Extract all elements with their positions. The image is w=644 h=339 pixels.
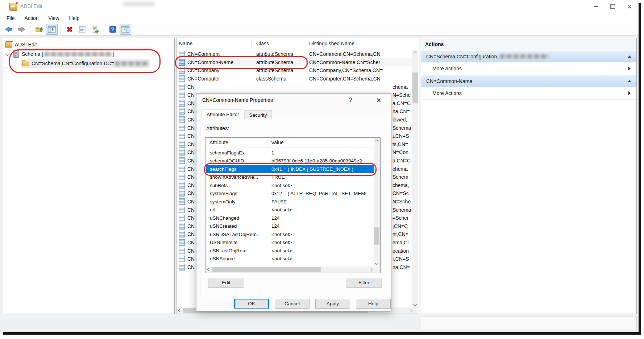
schema-object-icon [179, 166, 185, 172]
maximize-button[interactable] [604, 1, 620, 12]
attribute-row[interactable]: uSNSource<not set> [206, 255, 374, 263]
list-row[interactable]: CN=CompanyattributeSchemaCN=Company,CN=S… [177, 66, 412, 75]
action-section-header[interactable]: CN=Common-Name [421, 75, 636, 87]
attribute-row[interactable]: showInAdvancedVie...TRUE [206, 173, 374, 182]
attribute-row[interactable]: url<not set> [206, 206, 374, 214]
column-header-name[interactable]: Name [179, 41, 192, 46]
back-button[interactable] [3, 24, 14, 35]
attribute-row[interactable]: uSNCreated124 [206, 222, 374, 231]
list-cell-name-fragment: CN [187, 141, 195, 147]
list-vscrollbar[interactable] [412, 50, 418, 307]
list-row[interactable]: CN=ComputerclassSchemaCN=Computer,CN=Sch… [177, 75, 412, 83]
list-cell-dn: CN=Computer,CN=Schema,CN [309, 76, 381, 82]
hscroll-thumb[interactable] [212, 267, 321, 272]
list-cell-name-fragment: CN [187, 182, 195, 188]
filter-button[interactable]: Filter [346, 278, 382, 288]
expander-chevron-icon[interactable] [5, 52, 9, 56]
attribute-row[interactable]: uSNDSALastObjRem...<not set> [206, 230, 374, 239]
vscroll-thumb[interactable] [412, 73, 418, 103]
tree-root-adsi-edit[interactable]: ADSI Edit [5, 40, 37, 49]
tab-security[interactable]: Security [244, 110, 272, 119]
schema-object-icon [179, 231, 185, 237]
attribute-value: <not set> [271, 248, 292, 253]
column-divider[interactable] [304, 40, 304, 49]
attribute-row[interactable]: schemaIDGUIDbf96793f-0de6-11d0-a285-00aa… [206, 157, 374, 165]
help-dialog-button[interactable]: Help [356, 299, 391, 309]
menu-item-file[interactable]: File [7, 15, 15, 21]
list-cell-name: CN=Common-Name [187, 59, 233, 65]
apply-button[interactable]: Apply [315, 299, 350, 309]
cancel-button[interactable]: Cancel [275, 299, 309, 309]
show-console-tree-button[interactable] [46, 24, 58, 35]
up-one-level-button[interactable] [33, 24, 45, 35]
list-row[interactable]: CN=CommentattributeSchemaCN=Comment,CN=S… [177, 50, 412, 58]
toolbar-separator [61, 25, 61, 34]
attribute-row[interactable]: subRefs<not set> [206, 181, 374, 190]
redacted-text [44, 52, 111, 57]
ok-button[interactable]: OK [234, 299, 269, 309]
column-header-class[interactable]: Class [256, 41, 269, 46]
grid-hscrollbar[interactable] [206, 266, 380, 273]
dialog-help-button[interactable]: ? [344, 95, 357, 105]
grid-col-value[interactable]: Value [271, 140, 284, 145]
attribute-row[interactable]: systemOnlyFALSE [206, 198, 374, 206]
help-button[interactable]: ? [107, 24, 119, 35]
attribute-value: <not set> [271, 183, 292, 188]
attribute-row[interactable]: uSNLastObjRem<not set> [206, 247, 374, 255]
menu-item-help[interactable]: Help [69, 15, 80, 21]
minimize-button[interactable] [588, 1, 604, 12]
list-cell-class: attributeSchema [256, 59, 293, 65]
dialog-close-button[interactable] [370, 95, 387, 105]
column-divider[interactable] [267, 139, 267, 146]
more-actions-label: More Actions [432, 66, 462, 71]
list-cell-name-fragment: CN [187, 231, 195, 237]
attribute-row[interactable]: systemFlags0x12 = ( ATTR_REQ_PARTIAL_SET… [206, 190, 374, 198]
list-cell-name-fragment: CN [187, 117, 195, 123]
vscroll-thumb[interactable] [374, 227, 379, 245]
forward-button[interactable] [16, 24, 27, 35]
schema-object-icon [179, 149, 185, 156]
grid-vscrollbar[interactable] [374, 138, 380, 266]
scroll-up-icon[interactable] [412, 50, 418, 56]
list-cell-dn: CN=Comment,CN=Schema,CN [309, 51, 381, 57]
more-actions-item[interactable]: More Actions [421, 87, 636, 100]
scroll-right-icon[interactable] [367, 266, 374, 273]
close-button[interactable] [621, 1, 637, 12]
attribute-row[interactable]: schemaFlagsEx1 [206, 149, 374, 157]
edit-button[interactable]: Edit [208, 278, 244, 288]
scroll-right-icon[interactable] [407, 307, 414, 314]
schema-object-icon [179, 223, 185, 230]
list-row-occluded[interactable]: CNchema [177, 83, 412, 91]
export-list-button[interactable] [89, 24, 101, 35]
list-cell-dn-fragment: N=Sche [392, 92, 411, 98]
server-icon [13, 50, 19, 58]
delete-button[interactable] [64, 24, 75, 35]
list-row[interactable]: CN=Common-NameattributeSchemaCN=Common-N… [177, 58, 412, 67]
attribute-row[interactable]: searchFlags0x41 = ( INDEX | SUBTREE_INDE… [206, 165, 374, 173]
properties-button[interactable] [76, 24, 88, 35]
scroll-left-icon[interactable] [206, 266, 212, 273]
attribute-row[interactable]: USNIntersite<not set> [206, 239, 374, 247]
menu-item-view[interactable]: View [48, 15, 59, 21]
attribute-row[interactable]: uSNChanged124 [206, 214, 374, 222]
tree-node-schema[interactable]: Schema [ ] [6, 50, 114, 58]
menu-item-action[interactable]: Action [25, 15, 39, 21]
grid-col-attribute[interactable]: Attribute [209, 140, 228, 145]
more-actions-item[interactable]: More Actions [421, 62, 636, 75]
scroll-left-icon[interactable] [177, 307, 183, 314]
scroll-down-icon[interactable] [374, 260, 380, 266]
actions-pane: Actions CN=Schema,CN=Configuration,More … [421, 38, 637, 314]
schema-object-icon [179, 157, 185, 164]
schema-object-icon [179, 108, 185, 115]
action-section-header[interactable]: CN=Schema,CN=Configuration, [421, 50, 636, 62]
scroll-up-icon[interactable] [374, 138, 380, 144]
list-cell-dn-fragment: chema, [392, 182, 409, 188]
schema-object-icon [179, 67, 185, 74]
tab-attribute-editor[interactable]: Attribute Editor [201, 109, 244, 119]
show-action-pane-button[interactable] [120, 24, 131, 35]
list-cell-dn-fragment: lowed, [392, 117, 407, 123]
tree-node-configuration[interactable]: CN=Schema,CN=Configuration,DC= [22, 59, 148, 68]
column-divider[interactable] [251, 40, 252, 49]
column-header-dn[interactable]: Distinguished Name [309, 41, 354, 46]
scroll-down-icon[interactable] [412, 301, 418, 307]
